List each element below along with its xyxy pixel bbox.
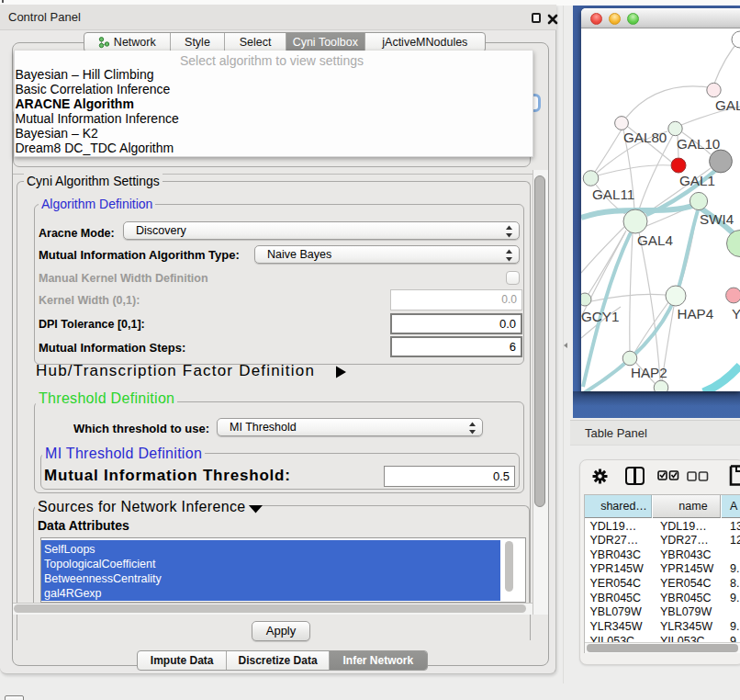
svg-text:GCY1: GCY1 xyxy=(581,309,619,324)
svg-text:GAL4: GAL4 xyxy=(637,232,673,248)
svg-text:HAP4: HAP4 xyxy=(678,306,714,322)
svg-text:HAP2: HAP2 xyxy=(631,365,667,380)
svg-text:GAL80: GAL80 xyxy=(623,130,667,145)
svg-text:SWI4: SWI4 xyxy=(700,211,734,227)
svg-text:GAL: GAL xyxy=(715,97,740,113)
svg-text:Y: Y xyxy=(732,306,740,322)
svg-text:GAL1: GAL1 xyxy=(679,173,715,188)
svg-text:GAL11: GAL11 xyxy=(592,186,634,202)
svg-text:GAL10: GAL10 xyxy=(677,136,720,152)
